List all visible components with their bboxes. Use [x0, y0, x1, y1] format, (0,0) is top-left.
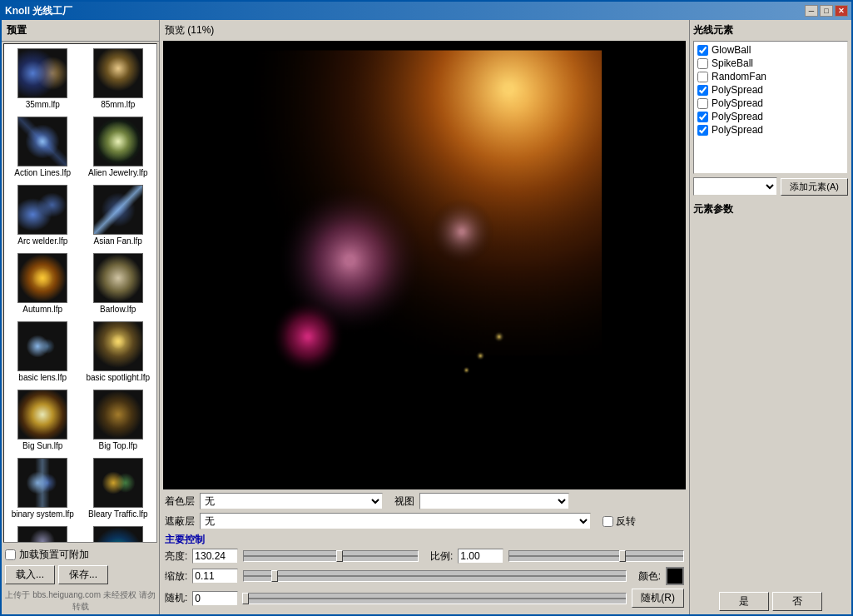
- view-select[interactable]: [419, 493, 569, 509]
- preset-item-binary[interactable]: binary system.lfp: [6, 455, 80, 522]
- element-checkbox-5[interactable]: [697, 112, 708, 122]
- brightness-input[interactable]: [192, 549, 238, 564]
- yes-button[interactable]: 是: [719, 592, 769, 611]
- preset-label-binary: binary system.lfp: [12, 509, 74, 519]
- watermark: 上传于 bbs.heiguang.com 未经授权 请勿转载: [2, 588, 159, 614]
- element-params-title: 元素参数: [693, 202, 848, 216]
- zoom-slider[interactable]: [243, 570, 626, 582]
- color-picker[interactable]: [666, 567, 684, 585]
- element-checkbox-6[interactable]: [697, 125, 708, 136]
- preview-area[interactable]: [163, 41, 686, 489]
- preset-item-arc[interactable]: Arc welder.lfp: [6, 182, 80, 249]
- invert-checkbox[interactable]: [603, 516, 613, 527]
- right-panel: 光线元素 GlowBallSpikeBallRandomFanPolySprea…: [689, 20, 851, 614]
- preview-header: 预览 (11%): [160, 20, 689, 41]
- maximize-button[interactable]: □: [820, 5, 833, 17]
- preset-item-basic_spotlight[interactable]: basic spotlight.lfp: [82, 319, 156, 385]
- element-label-0: GlowBall: [712, 44, 751, 56]
- random-input[interactable]: [192, 591, 238, 606]
- element-label-3: PolySpread: [712, 84, 763, 96]
- load-addable-row: 加载预置可附加: [5, 548, 156, 562]
- zoom-input[interactable]: [192, 569, 238, 584]
- color-layer-select[interactable]: 无: [200, 493, 383, 509]
- preset-item-85mm[interactable]: 85mm.lfp: [82, 46, 156, 112]
- preset-item-alien[interactable]: Alien Jewelry.lfp: [82, 114, 156, 181]
- preset-label-85mm: 85mm.lfp: [101, 100, 135, 110]
- mask-layer-row: 遮蔽层 无 反转: [165, 513, 684, 529]
- element-item-2[interactable]: RandomFan: [696, 70, 846, 83]
- element-checkbox-0[interactable]: [697, 45, 708, 56]
- random-button[interactable]: 随机(R): [632, 589, 684, 608]
- element-label-2: RandomFan: [712, 71, 766, 82]
- preset-item-bluegreen[interactable]: Blue Green Eye.lfp: [82, 524, 156, 543]
- element-item-6[interactable]: PolySpread: [696, 123, 846, 137]
- element-checkbox-3[interactable]: [697, 85, 708, 96]
- element-item-3[interactable]: PolySpread: [696, 83, 846, 97]
- preset-item-35mm[interactable]: 35mm.lfp: [6, 46, 80, 112]
- scale-slider[interactable]: [508, 550, 684, 562]
- preset-thumb-action: [17, 117, 67, 166]
- preset-item-basic_lens[interactable]: basic lens.lfp: [6, 319, 80, 385]
- preset-thumb-basic_lens: [17, 321, 67, 371]
- preset-item-bigsun[interactable]: Big Sun.lfp: [6, 387, 80, 454]
- brightness-scale-row: 亮度: 比例:: [165, 549, 684, 564]
- zoom-label: 缩放:: [165, 569, 187, 584]
- minimize-button[interactable]: ─: [805, 5, 818, 17]
- preset-thumb-85mm: [93, 48, 143, 98]
- preset-label-barlow: Barlow.lfp: [100, 305, 136, 315]
- element-item-5[interactable]: PolySpread: [696, 110, 846, 123]
- element-item-4[interactable]: PolySpread: [696, 97, 846, 110]
- preset-bottom: 加载预置可附加 载入... 保存...: [2, 544, 159, 588]
- load-save-row: 载入... 保存...: [5, 565, 156, 584]
- preset-thumb-autumn: [17, 253, 67, 303]
- main-controls-title: 主要控制: [165, 533, 684, 547]
- preset-label-35mm: 35mm.lfp: [26, 100, 60, 110]
- preset-label-autumn: Autumn.lfp: [22, 305, 62, 315]
- element-item-1[interactable]: SpikeBall: [696, 57, 846, 70]
- mask-layer-label: 遮蔽层: [165, 514, 195, 529]
- preset-thumb-35mm: [17, 48, 67, 98]
- preset-thumb-bleary: [93, 458, 143, 508]
- scale-input[interactable]: [458, 549, 503, 564]
- title-bar: Knoll 光线工厂 ─ □ ✕: [2, 2, 851, 20]
- presets-grid: 35mm.lfp85mm.lfpAction Lines.lfpAlien Je…: [4, 44, 156, 543]
- load-button[interactable]: 载入...: [5, 565, 55, 584]
- title-bar-buttons: ─ □ ✕: [805, 5, 848, 17]
- preset-item-blimp[interactable]: Blimp flare.lfp: [6, 524, 80, 543]
- preset-item-barlow[interactable]: Barlow.lfp: [82, 251, 156, 317]
- color-layer-label: 着色层: [165, 494, 195, 509]
- preset-item-asian[interactable]: Asian Fan.lfp: [82, 182, 156, 249]
- random-label: 随机:: [165, 591, 187, 605]
- preset-label-alien: Alien Jewelry.lfp: [88, 168, 148, 178]
- elements-header: 光线元素: [693, 23, 848, 37]
- add-element-button[interactable]: 添加元素(A): [781, 178, 848, 196]
- preset-thumb-bigtop: [93, 390, 143, 440]
- preset-item-bigtop[interactable]: Big Top.lfp: [82, 387, 156, 454]
- load-addable-checkbox[interactable]: [5, 549, 16, 560]
- preset-item-autumn[interactable]: Autumn.lfp: [6, 251, 80, 317]
- add-element-row: 添加元素(A): [693, 177, 848, 196]
- preset-label-bleary: Bleary Traffic.lfp: [88, 509, 148, 519]
- preset-item-action[interactable]: Action Lines.lfp: [6, 114, 80, 181]
- elements-list: GlowBallSpikeBallRandomFanPolySpreadPoly…: [693, 41, 848, 174]
- add-element-select[interactable]: [693, 177, 777, 196]
- preset-label-bigtop: Big Top.lfp: [98, 441, 137, 451]
- close-button[interactable]: ✕: [835, 5, 848, 17]
- main-content: 预置 35mm.lfp85mm.lfpAction Lines.lfpAlien…: [2, 20, 851, 614]
- element-item-0[interactable]: GlowBall: [696, 43, 846, 57]
- element-checkbox-4[interactable]: [697, 98, 708, 109]
- save-button[interactable]: 保存...: [58, 565, 108, 584]
- element-checkbox-1[interactable]: [697, 58, 708, 69]
- presets-list[interactable]: 35mm.lfp85mm.lfpAction Lines.lfpAlien Je…: [3, 43, 157, 543]
- brightness-slider[interactable]: [243, 550, 419, 562]
- preset-thumb-basic_spotlight: [93, 321, 143, 371]
- zoom-color-row: 缩放: 颜色:: [165, 567, 684, 585]
- element-checkbox-2[interactable]: [697, 72, 708, 82]
- preset-label-asian: Asian Fan.lfp: [94, 236, 142, 246]
- preset-item-bleary[interactable]: Bleary Traffic.lfp: [82, 455, 156, 522]
- no-button[interactable]: 否: [772, 592, 822, 611]
- mask-layer-select[interactable]: 无: [200, 513, 591, 529]
- view-label: 视图: [394, 494, 414, 509]
- random-slider[interactable]: [245, 593, 627, 604]
- random-row: 随机: 随机(R): [165, 589, 684, 608]
